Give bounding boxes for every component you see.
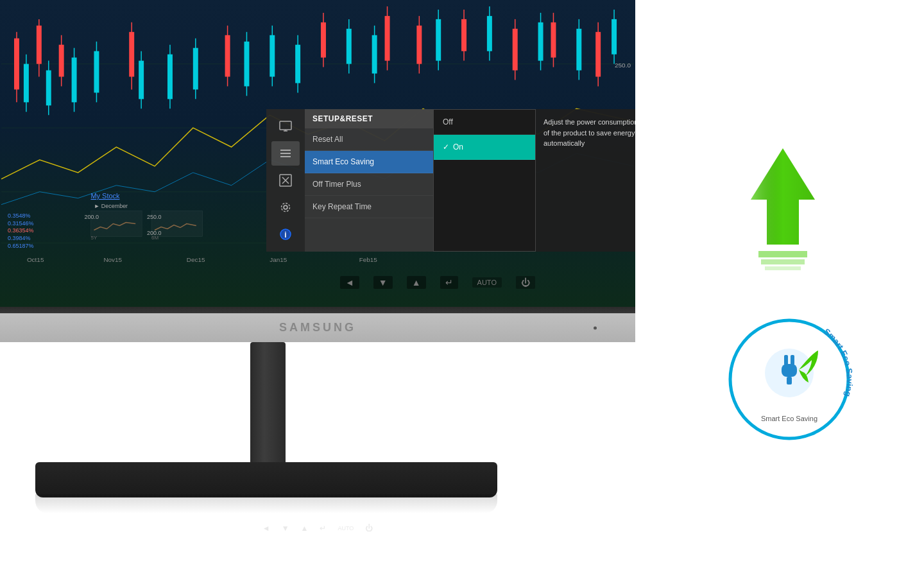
osd-icon-settings[interactable] [271,141,300,166]
svg-text:Smart Eco Saving: Smart Eco Saving [761,415,817,422]
svg-rect-86 [280,150,291,151]
svg-text:0.3548%: 0.3548% [8,212,30,219]
svg-text:200.0: 200.0 [147,230,161,236]
osd-item-smart-eco[interactable]: Smart Eco Saving [305,151,433,173]
monitor-power-led [594,326,597,329]
osd-item-reset-all[interactable]: Reset All [305,128,433,151]
ctrl-down[interactable]: ▼ [373,276,393,289]
svg-text:0.3984%: 0.3984% [8,235,30,241]
osd-sub-item-on[interactable]: On [434,135,535,160]
svg-rect-83 [280,121,291,130]
osd-main-panel: SETUP&RESET Reset All Smart Eco Saving O… [305,109,433,252]
energy-arrow-container [732,142,834,283]
monitor-brand-bar: SAMSUNG [0,313,635,342]
brand-name: SAMSUNG [279,321,356,334]
osd-icon-display[interactable] [271,114,300,139]
svg-text:Nov15: Nov15 [103,256,122,263]
svg-text:5Y: 5Y [90,235,97,241]
osd-item-off-timer[interactable]: Off Timer Plus [305,173,433,196]
eco-logo: Smart Eco Saving Smart Eco Saving [719,309,847,437]
osd-submenu: Off On [433,109,536,252]
osd-description: Adjust the power consumption of the prod… [536,109,635,252]
osd-icon-info[interactable]: i [271,222,300,246]
svg-rect-107 [787,377,792,385]
right-panel: Smart Eco Saving Smart Eco Saving [642,0,924,579]
svg-rect-98 [758,251,807,257]
svg-text:Dec15: Dec15 [187,256,205,263]
osd-sidebar: i [266,109,305,252]
svg-text:i: i [284,230,286,239]
monitor-reflection [35,494,497,514]
svg-text:200.0: 200.0 [85,214,99,220]
reflect-power: ⏻ [365,524,373,533]
ctrl-left[interactable]: ◄ [340,276,359,289]
svg-text:0.31546%: 0.31546% [8,220,33,227]
bezel-controls: ◄ ▼ ▲ ↵ AUTO ⏻ [340,276,535,289]
ctrl-auto[interactable]: AUTO [472,277,502,288]
reflect-auto: AUTO [338,525,354,531]
energy-arrow-svg [732,142,834,270]
svg-marker-97 [751,148,815,245]
ctrl-power[interactable]: ⏻ [516,276,535,289]
monitor-stand-base [35,462,497,497]
monitor-screen: 250.0 200.0 Oct15 Nov15 Dec15 Jan15 Feb1… [0,0,635,307]
svg-rect-99 [761,259,805,264]
svg-rect-87 [280,153,291,154]
osd-icon-adjust[interactable] [271,168,300,193]
svg-text:Jan15: Jan15 [270,256,287,263]
svg-text:250.0: 250.0 [615,62,631,69]
reflect-enter: ↵ [320,524,326,533]
svg-text:Feb15: Feb15 [359,256,378,263]
svg-rect-88 [280,156,291,157]
svg-text:Oct15: Oct15 [27,256,44,263]
svg-text:► December: ► December [94,203,128,209]
svg-rect-105 [791,355,794,365]
svg-text:0.36354%: 0.36354% [8,227,33,234]
svg-rect-104 [784,355,788,365]
ctrl-enter[interactable]: ↵ [440,276,458,289]
osd-icon-gear[interactable] [271,195,300,220]
svg-text:My Stock: My Stock [90,192,120,200]
ctrl-up[interactable]: ▲ [407,276,426,289]
svg-rect-106 [782,364,797,377]
reflect-down: ▼ [282,524,289,533]
svg-text:250.0: 250.0 [147,214,161,220]
eco-logo-svg: Smart Eco Saving Smart Eco Saving [719,309,860,450]
svg-text:0.65187%: 0.65187% [8,243,33,249]
osd-header: SETUP&RESET [305,109,433,128]
osd-item-key-repeat[interactable]: Key Repeat Time [305,196,433,218]
osd-menu: i SETUP&RESET Reset All Smart Eco Saving… [266,109,635,252]
osd-sub-item-off[interactable]: Off [434,110,535,135]
reflect-left: ◄ [262,524,270,533]
bottom-reflection: ◄ ▼ ▲ ↵ AUTO ⏻ [0,520,635,536]
svg-rect-100 [765,266,801,270]
reflect-up: ▲ [301,524,309,533]
monitor: 250.0 200.0 Oct15 Nov15 Dec15 Jan15 Feb1… [0,0,642,579]
